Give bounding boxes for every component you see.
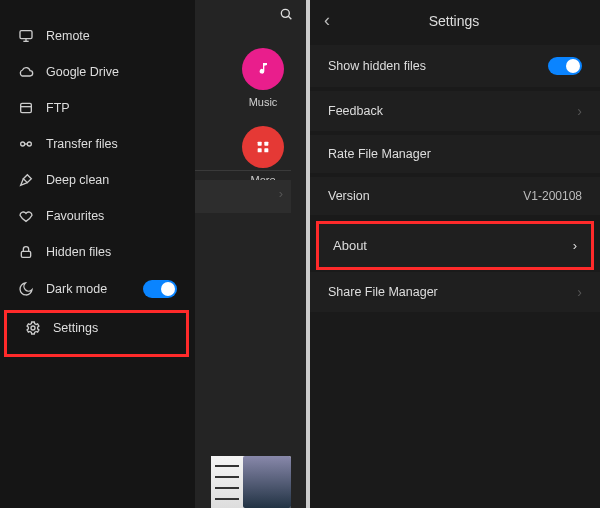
chevron-right-icon: › (577, 284, 582, 300)
row-rate-file-manager[interactable]: Rate File Manager (310, 135, 600, 173)
sidebar-item-label: Transfer files (46, 137, 118, 151)
row-label: Feedback (328, 104, 383, 118)
heart-icon (18, 208, 34, 224)
sidebar-item-label: Hidden files (46, 245, 111, 259)
row-label: Share File Manager (328, 285, 438, 299)
thumbnail[interactable] (211, 456, 291, 508)
sidebar-item-label: Deep clean (46, 173, 109, 187)
sidebar-item-settings[interactable]: Settings (4, 310, 189, 357)
moon-icon (18, 281, 34, 297)
music-icon (242, 48, 284, 90)
transfer-icon (18, 136, 34, 152)
cloud-icon (18, 64, 34, 80)
svg-rect-8 (21, 251, 30, 257)
monitor-icon (18, 28, 34, 44)
launcher-item-more[interactable]: More (242, 126, 284, 186)
sidebar-item-favourites[interactable]: Favourites (0, 198, 195, 234)
search-bar[interactable] (195, 0, 306, 30)
sidebar-item-ftp[interactable]: FTP (0, 90, 195, 126)
apps-icon (242, 126, 284, 168)
row-feedback[interactable]: Feedback › (310, 91, 600, 131)
svg-point-9 (31, 326, 35, 330)
svg-rect-14 (258, 148, 262, 152)
sidebar-item-deep-clean[interactable]: Deep clean (0, 162, 195, 198)
sidebar-item-label: Settings (53, 321, 98, 335)
svg-point-6 (27, 142, 31, 146)
svg-line-11 (288, 16, 291, 19)
show-hidden-toggle[interactable] (548, 57, 582, 75)
sidebar-item-label: Remote (46, 29, 90, 43)
lock-icon (18, 244, 34, 260)
search-icon (278, 6, 294, 25)
row-label: Rate File Manager (328, 147, 431, 161)
broom-icon (18, 172, 34, 188)
sidebar-item-google-drive[interactable]: Google Drive (0, 54, 195, 90)
sidebar: Remote Google Drive FTP Transfer files D… (0, 0, 195, 508)
svg-rect-13 (264, 142, 268, 146)
svg-point-5 (21, 142, 25, 146)
sidebar-item-dark-mode[interactable]: Dark mode (0, 270, 195, 308)
sidebar-item-label: Favourites (46, 209, 104, 223)
chevron-right-icon: › (577, 103, 582, 119)
svg-rect-3 (21, 103, 32, 112)
launcher-item-music[interactable]: Music (242, 48, 284, 108)
sidebar-item-remote[interactable]: Remote (0, 18, 195, 54)
svg-rect-0 (20, 31, 32, 39)
list-item[interactable] (195, 180, 291, 213)
version-value: V1-200108 (523, 189, 582, 203)
svg-rect-15 (264, 148, 268, 152)
settings-header: ‹ Settings (310, 0, 600, 45)
row-share-file-manager[interactable]: Share File Manager › (310, 272, 600, 312)
sidebar-item-label: Google Drive (46, 65, 119, 79)
dark-mode-toggle[interactable] (143, 280, 177, 298)
sidebar-item-hidden-files[interactable]: Hidden files (0, 234, 195, 270)
gear-icon (25, 320, 41, 336)
sidebar-item-label: FTP (46, 101, 70, 115)
row-show-hidden-files[interactable]: Show hidden files (310, 45, 600, 87)
sidebar-item-label: Dark mode (46, 282, 107, 296)
row-label: Version (328, 189, 370, 203)
row-label: Show hidden files (328, 59, 426, 73)
svg-rect-12 (258, 142, 262, 146)
row-label: About (333, 238, 367, 253)
row-about[interactable]: About › (316, 221, 594, 270)
sidebar-item-transfer-files[interactable]: Transfer files (0, 126, 195, 162)
row-version: Version V1-200108 (310, 177, 600, 215)
ftp-icon (18, 100, 34, 116)
chevron-right-icon: › (573, 238, 577, 253)
svg-point-10 (281, 9, 289, 17)
launcher-strip: Music More (195, 0, 310, 508)
settings-panel: ‹ Settings Show hidden files Feedback › … (310, 0, 600, 508)
page-title: Settings (322, 13, 586, 29)
launcher-item-label: Music (249, 96, 278, 108)
divider (195, 170, 291, 171)
